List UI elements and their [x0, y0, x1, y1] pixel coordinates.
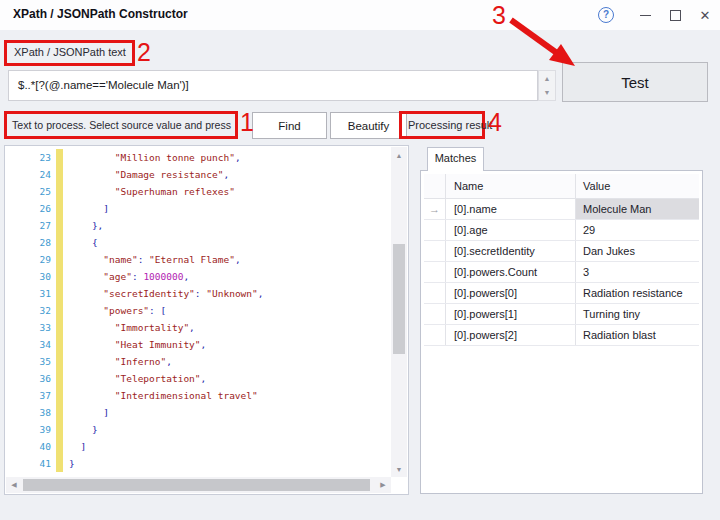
table-row[interactable]: [0].powers[0]Radiation resistance	[424, 283, 699, 304]
row-indicator-cell	[424, 220, 446, 240]
result-label-annotation-box: Processing result	[399, 111, 485, 139]
row-indicator-cell	[424, 325, 446, 345]
code-editor[interactable]: 23 "Million tonne punch",24 "Damage resi…	[4, 145, 409, 495]
code-text: },	[69, 220, 103, 231]
find-button[interactable]: Find	[252, 112, 327, 139]
code-line: 23 "Million tonne punch",	[5, 149, 391, 166]
code-text: "Superhuman reflexes"	[69, 186, 235, 197]
line-number: 34	[5, 336, 51, 353]
beautify-button[interactable]: Beautify	[330, 112, 407, 139]
code-text: }	[69, 458, 75, 469]
maximize-button[interactable]	[660, 0, 690, 30]
code-text: "powers": [	[69, 305, 166, 316]
match-value-cell[interactable]: Dan Jukes	[576, 241, 699, 261]
code-line: 26 ]	[5, 200, 391, 217]
line-number: 40	[5, 438, 51, 455]
code-text: "Damage resistance",	[69, 169, 229, 180]
match-value-cell[interactable]: Turning tiny	[576, 304, 699, 324]
header-name[interactable]: Name	[446, 174, 576, 198]
annotation-number-3: 3	[492, 1, 506, 30]
match-name-cell[interactable]: [0].powers[1]	[446, 304, 576, 324]
line-number: 36	[5, 370, 51, 387]
minimize-icon	[640, 15, 651, 16]
table-row[interactable]: [0].age29	[424, 220, 699, 241]
vertical-scrollbar[interactable]: ▲ ▼	[391, 147, 407, 477]
code-text: ]	[69, 407, 109, 418]
code-text: "name": "Eternal Flame",	[69, 254, 241, 265]
close-icon: ✕	[700, 8, 711, 23]
match-value-cell[interactable]: Molecule Man	[576, 199, 699, 219]
line-number: 26	[5, 200, 51, 217]
tab-matches[interactable]: Matches	[427, 147, 484, 171]
code-text: }	[69, 424, 98, 435]
xpath-input[interactable]: $..*[?(@.name=='Molecule Man')]	[8, 70, 538, 101]
matches-panel: Name Value →[0].nameMolecule Man[0].age2…	[420, 170, 703, 494]
xpath-input-spinner[interactable]: ▲ ▼	[538, 70, 556, 101]
code-text: "Immortality",	[69, 322, 195, 333]
line-number: 28	[5, 234, 51, 251]
code-line: 28 {	[5, 234, 391, 251]
code-text: ]	[69, 441, 86, 452]
code-lines[interactable]: 23 "Million tonne punch",24 "Damage resi…	[5, 149, 391, 476]
code-text: {	[69, 237, 98, 248]
match-name-cell[interactable]: [0].powers[0]	[446, 283, 576, 303]
scroll-down-icon[interactable]: ▼	[391, 461, 407, 477]
horizontal-scrollbar-thumb[interactable]	[23, 479, 370, 491]
header-indicator-cell	[424, 174, 446, 198]
horizontal-scrollbar[interactable]: ◀ ▶	[6, 477, 391, 493]
scroll-right-icon[interactable]: ▶	[375, 477, 391, 493]
line-number: 37	[5, 387, 51, 404]
code-line: 24 "Damage resistance",	[5, 166, 391, 183]
code-line: 31 "secretIdentity": "Unknown",	[5, 285, 391, 302]
title-bar: XPath / JSONPath Constructor ? ✕	[0, 0, 720, 30]
code-text: "secretIdentity": "Unknown",	[69, 288, 264, 299]
match-value-cell[interactable]: Radiation blast	[576, 325, 699, 345]
code-line: 35 "Inferno",	[5, 353, 391, 370]
match-value-cell[interactable]: 3	[576, 262, 699, 282]
code-line: 40 ]	[5, 438, 391, 455]
result-label: Processing result	[408, 119, 492, 131]
xpath-label: XPath / JSONPath text	[14, 46, 126, 58]
code-line: 34 "Heat Immunity",	[5, 336, 391, 353]
line-number: 24	[5, 166, 51, 183]
spinner-down-icon[interactable]: ▼	[544, 89, 551, 96]
table-row[interactable]: [0].powers.Count3	[424, 262, 699, 283]
annotation-arrow-icon	[505, 14, 585, 74]
line-number: 35	[5, 353, 51, 370]
code-text: "age": 1000000,	[69, 271, 189, 282]
table-row[interactable]: →[0].nameMolecule Man	[424, 199, 699, 220]
code-line: 36 "Teleportation",	[5, 370, 391, 387]
line-number: 33	[5, 319, 51, 336]
help-icon[interactable]: ?	[598, 7, 614, 23]
line-number: 29	[5, 251, 51, 268]
scroll-up-icon[interactable]: ▲	[391, 147, 407, 163]
match-name-cell[interactable]: [0].powers[2]	[446, 325, 576, 345]
match-name-cell[interactable]: [0].name	[446, 199, 576, 219]
scroll-left-icon[interactable]: ◀	[6, 477, 22, 493]
match-name-cell[interactable]: [0].powers.Count	[446, 262, 576, 282]
annotation-number-4: 4	[488, 108, 502, 137]
table-row[interactable]: [0].powers[1]Turning tiny	[424, 304, 699, 325]
xpath-label-annotation-box: XPath / JSONPath text	[4, 40, 135, 66]
table-row[interactable]: [0].secretIdentityDan Jukes	[424, 241, 699, 262]
table-row[interactable]: [0].powers[2]Radiation blast	[424, 325, 699, 346]
window-controls: ? ✕	[598, 0, 720, 30]
line-number: 39	[5, 421, 51, 438]
match-value-cell[interactable]: 29	[576, 220, 699, 240]
code-text: "Inferno",	[69, 356, 172, 367]
header-value[interactable]: Value	[576, 174, 699, 198]
close-button[interactable]: ✕	[690, 0, 720, 30]
line-number: 32	[5, 302, 51, 319]
line-number: 27	[5, 217, 51, 234]
code-line: 41}	[5, 455, 391, 472]
code-line: 33 "Immortality",	[5, 319, 391, 336]
matches-table: Name Value →[0].nameMolecule Man[0].age2…	[424, 174, 699, 346]
line-number: 31	[5, 285, 51, 302]
match-value-cell[interactable]: Radiation resistance	[576, 283, 699, 303]
minimize-button[interactable]	[630, 0, 660, 30]
spinner-up-icon[interactable]: ▲	[544, 75, 551, 82]
vertical-scrollbar-thumb[interactable]	[393, 244, 405, 354]
line-number: 25	[5, 183, 51, 200]
match-name-cell[interactable]: [0].age	[446, 220, 576, 240]
match-name-cell[interactable]: [0].secretIdentity	[446, 241, 576, 261]
